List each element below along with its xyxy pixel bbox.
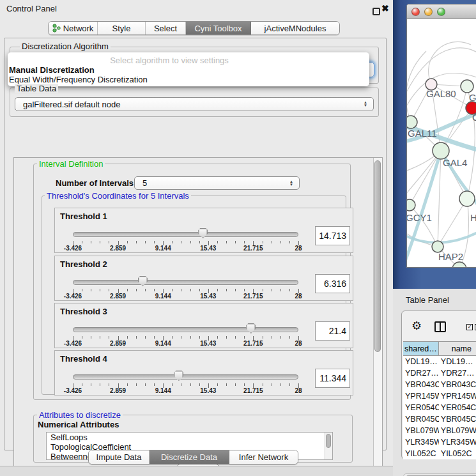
network-canvas[interactable]: GAL80GACGAL11GAL4GCY1HHAP2: [407, 19, 476, 268]
threshold-value-field[interactable]: 6.316: [315, 274, 350, 293]
tick-mark: [154, 336, 155, 339]
num-intervals-combobox[interactable]: 5 ▲▼: [134, 176, 300, 190]
close-icon[interactable]: ✖: [381, 3, 389, 13]
table-data-group-title: Table Data: [15, 84, 58, 93]
tick-mark: [226, 289, 227, 291]
table-row[interactable]: YLR345WYLR345W: [403, 436, 476, 448]
tick-mark: [217, 289, 218, 291]
attribute-list-item[interactable]: SelfLoops: [47, 433, 332, 442]
table-row[interactable]: YBL079WYBL079W: [403, 425, 476, 436]
tick-mark: [172, 241, 173, 243]
tab-impute-data[interactable]: Impute Data: [89, 450, 150, 464]
table-data-combobox[interactable]: galFiltered.sif default node ▲▼: [15, 97, 374, 111]
tick-mark: [199, 383, 200, 386]
threshold-row: Threshold 3-3.4262.8599.14415.4321.71528…: [54, 303, 353, 348]
tick-mark: [244, 289, 245, 291]
node-label: GAL4: [443, 157, 467, 168]
network-window-titlebar[interactable]: [407, 4, 476, 19]
table-row[interactable]: YDR27…YDR27…: [403, 367, 476, 379]
slider-track[interactable]: [73, 280, 298, 285]
tab-jactivemnodules[interactable]: jActiveMNodules: [251, 22, 339, 35]
tick-mark: [172, 289, 173, 291]
tick-mark: [127, 336, 128, 339]
tab-cyni-toolbox[interactable]: Cyni Toolbox: [186, 22, 251, 35]
node-label: GAL11: [408, 128, 437, 139]
table-row[interactable]: YIL052CYIL052C: [403, 448, 476, 459]
settings-scrollpane: Interval Definition Number of Intervals …: [13, 157, 383, 476]
network-node[interactable]: [461, 80, 473, 93]
thresholds-group-title: Threshold's Coordinates for 5 Intervals: [45, 191, 191, 201]
table-row[interactable]: YBR043CYBR043C: [403, 379, 476, 390]
slider-track[interactable]: [73, 232, 298, 237]
num-intervals-value: 5: [135, 178, 287, 188]
tab-style[interactable]: Style: [98, 22, 146, 35]
zoom-light[interactable]: [437, 8, 445, 16]
list-scrollbar[interactable]: [325, 433, 332, 459]
dropdown-item[interactable]: Equal Width/Frequency Discretization: [9, 75, 148, 84]
network-node[interactable]: [407, 199, 415, 211]
table-cell: YIL052C: [403, 448, 439, 459]
tick-mark: [235, 289, 236, 291]
tick-mark: [190, 336, 191, 339]
tab-label: Select: [154, 24, 177, 33]
threshold-value-field[interactable]: 21.4: [315, 321, 350, 341]
tab-select[interactable]: Select: [146, 22, 186, 35]
tick-mark: [145, 289, 146, 291]
tab-infer-network[interactable]: Infer Network: [229, 450, 298, 464]
tick-mark: [272, 383, 272, 386]
network-node[interactable]: [407, 116, 417, 128]
tab-network[interactable]: Network: [49, 22, 98, 35]
tick-mark: [280, 241, 281, 243]
column-header[interactable]: name: [439, 342, 476, 355]
algorithm-group-title: Discretization Algorithm: [20, 42, 111, 51]
column-header[interactable]: shared…: [403, 342, 439, 355]
scale-label: -3.426: [64, 340, 82, 347]
table-cell: YBR043C: [439, 379, 476, 390]
table-cell: YPR145W: [403, 390, 439, 402]
threshold-value-field[interactable]: 11.344: [315, 369, 350, 388]
scale-label: 9.144: [155, 340, 171, 347]
tick-mark: [263, 241, 263, 243]
table-row[interactable]: YDL19…YDL19…: [403, 356, 476, 367]
threshold-row: Threshold 4-3.4262.8599.14415.4321.71528…: [54, 350, 353, 395]
scale-label: 15.43: [200, 340, 216, 347]
table-row[interactable]: YER054CYER054C: [403, 402, 476, 413]
scale-label: -3.426: [64, 245, 82, 252]
tab-label: Impute Data: [96, 452, 142, 462]
scale-label: 28: [295, 387, 302, 394]
checkbox-icon[interactable]: ✓: [466, 324, 473, 330]
tick-mark: [127, 383, 128, 386]
vertical-scrollbar[interactable]: [373, 158, 382, 476]
split-column-icon[interactable]: [434, 321, 446, 332]
scale-label: 15.43: [200, 387, 216, 394]
close-light[interactable]: [411, 8, 420, 16]
gear-icon[interactable]: ⚙: [411, 320, 422, 332]
combo-arrows-icon: ▲▼: [361, 101, 370, 107]
node-label: HAP2: [438, 251, 463, 262]
tick-mark: [272, 289, 272, 291]
scrollbar-thumb[interactable]: [374, 160, 381, 352]
network-node[interactable]: [452, 262, 466, 268]
tab-label: Infer Network: [239, 452, 288, 462]
tick-mark: [127, 241, 128, 243]
slider-track[interactable]: [73, 327, 298, 332]
tick-mark: [109, 383, 109, 386]
table-cell: YER054C: [403, 402, 439, 413]
threshold-value-field[interactable]: 14.713: [315, 226, 350, 245]
tick-mark: [263, 383, 263, 386]
float-window-icon[interactable]: [372, 8, 380, 15]
table-cell: YBL079W: [403, 425, 439, 436]
network-node[interactable]: [459, 191, 475, 206]
dropdown-item[interactable]: Manual Discretization: [9, 65, 95, 75]
scale-label: 9.144: [155, 387, 171, 394]
table-panel: Table Panel ⚙ ✓ ✓ shared…nameYDL19…YDL19…: [393, 289, 476, 476]
slider-track[interactable]: [73, 374, 298, 380]
table-row[interactable]: YPR145WYPR145W: [403, 390, 476, 402]
tab-discretize-data[interactable]: Discretize Data: [150, 450, 229, 464]
network-graph: GAL80GACGAL11GAL4GCY1HHAP2: [407, 19, 476, 268]
scale-label: 9.144: [155, 245, 171, 252]
horizontal-scrollbar[interactable]: [403, 473, 476, 476]
table-row[interactable]: YBR045CYBR045C: [403, 413, 476, 425]
scrollbar-thumb[interactable]: [326, 434, 331, 448]
minimize-light[interactable]: [424, 8, 433, 16]
